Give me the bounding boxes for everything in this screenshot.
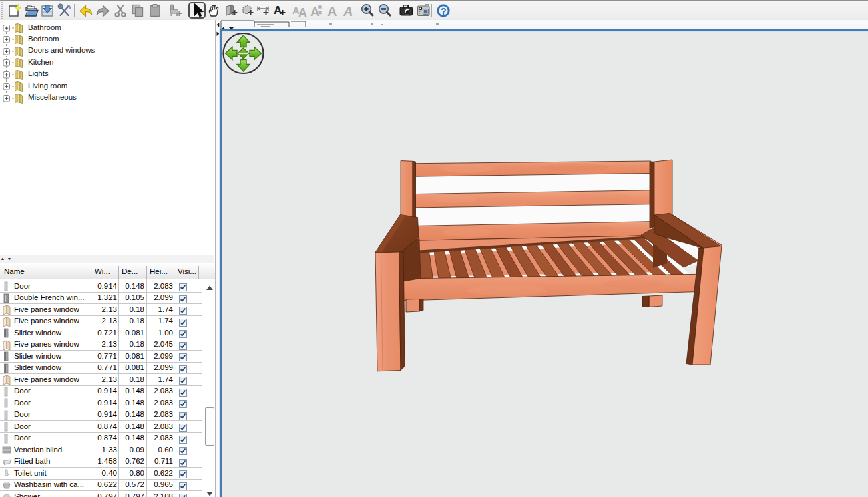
svg-text:A: A [298,6,307,19]
svg-text:A: A [327,4,337,19]
svg-text:A: A [310,5,320,19]
svg-text:?: ? [441,6,447,17]
svg-text:A: A [343,4,353,19]
svg-text:A: A [274,4,282,17]
